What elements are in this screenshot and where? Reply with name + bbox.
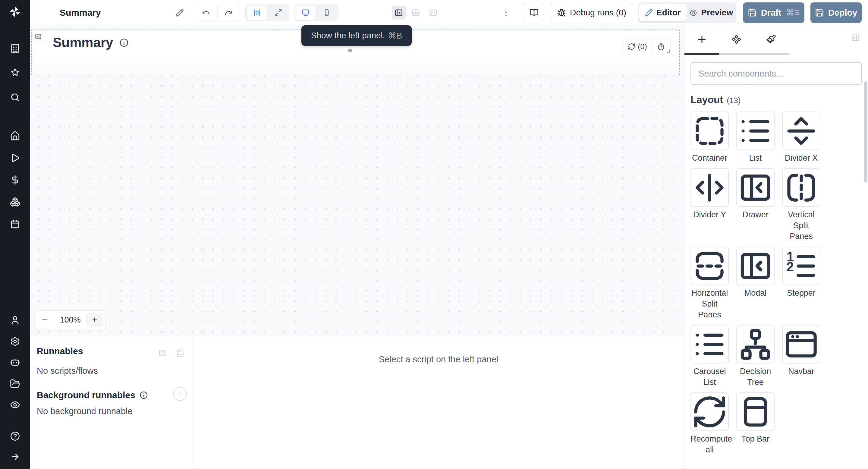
scrollbar-thumb[interactable] bbox=[864, 82, 867, 182]
component-label: Top Bar bbox=[736, 433, 775, 444]
docs-button[interactable] bbox=[524, 3, 544, 22]
zoom-control: − 100% + bbox=[35, 310, 105, 329]
preview-icon bbox=[689, 9, 698, 17]
component-card-horizontal-split-panes[interactable]: Horizontal Split Panes bbox=[690, 247, 729, 320]
section-count: (13) bbox=[727, 96, 741, 105]
runnables-title: Runnables bbox=[37, 346, 83, 356]
centered-layout-toggle[interactable] bbox=[247, 5, 267, 20]
component-card-decision-tree[interactable]: Decision Tree bbox=[736, 325, 775, 387]
tab-insert-component[interactable] bbox=[684, 25, 719, 53]
component-card-container[interactable]: Container bbox=[690, 112, 729, 163]
edit-title-icon[interactable] bbox=[176, 8, 184, 17]
zoom-out-button[interactable]: − bbox=[35, 311, 54, 329]
refresh-button[interactable]: (0) bbox=[623, 39, 652, 54]
sidebar-group-top bbox=[0, 43, 30, 103]
resize-handle[interactable] bbox=[348, 49, 352, 52]
windmill-logo[interactable] bbox=[8, 5, 22, 19]
settings-icon bbox=[10, 336, 20, 347]
plus-icon bbox=[176, 390, 184, 398]
sidebar-item-home[interactable] bbox=[10, 130, 21, 142]
tab-styling[interactable] bbox=[754, 25, 788, 53]
toggle-left-panel-button[interactable] bbox=[392, 6, 406, 20]
canvas-header-title: Summary bbox=[53, 35, 129, 50]
tab-underline bbox=[719, 53, 789, 55]
sidebar-item-bot[interactable] bbox=[10, 357, 21, 368]
component-card-drawer[interactable]: Drawer bbox=[736, 168, 775, 220]
component-label: Carousel List bbox=[690, 366, 729, 387]
tab-component-settings[interactable] bbox=[719, 25, 754, 53]
sidebar-item-eye[interactable] bbox=[10, 399, 21, 410]
sidebar-item-help[interactable] bbox=[10, 431, 21, 442]
bot-icon bbox=[10, 357, 20, 368]
toggle-bottom-panel-button[interactable] bbox=[409, 6, 423, 20]
calendar-icon bbox=[10, 219, 20, 229]
collapse-panel-icon[interactable] bbox=[158, 348, 167, 357]
sidebar-item-play[interactable] bbox=[10, 153, 21, 163]
horizontal-split-icon bbox=[690, 247, 729, 285]
sidebar-item-settings[interactable] bbox=[10, 336, 21, 347]
toggle-right-panel-button[interactable] bbox=[426, 6, 440, 20]
component-card-list[interactable]: List bbox=[736, 112, 775, 163]
component-card-vertical-split-panes[interactable]: Vertical Split Panes bbox=[782, 168, 820, 242]
open-left-panel-button[interactable] bbox=[33, 31, 44, 42]
component-label: Recompute all bbox=[690, 433, 729, 455]
component-card-divider-y[interactable]: Divider Y bbox=[690, 168, 729, 220]
info-icon[interactable] bbox=[140, 391, 148, 399]
app-canvas[interactable]: Summary (0) − 100% + bbox=[30, 25, 684, 336]
desktop-toggle[interactable] bbox=[295, 5, 316, 20]
sidebar-item-user[interactable] bbox=[10, 315, 21, 326]
sidebar-item-search[interactable] bbox=[10, 92, 21, 103]
help-icon bbox=[10, 431, 20, 441]
info-icon[interactable] bbox=[119, 38, 129, 47]
component-card-carousel-list[interactable]: Carousel List bbox=[690, 325, 729, 387]
editor-label: Editor bbox=[656, 8, 681, 18]
undo-button[interactable] bbox=[195, 4, 217, 21]
sidebar-item-boxes[interactable] bbox=[10, 196, 21, 207]
zoom-in-button[interactable]: + bbox=[86, 313, 103, 327]
resize-corner-handle[interactable] bbox=[667, 50, 670, 53]
sidebar-item-dollar[interactable] bbox=[10, 175, 21, 185]
undo-redo-group bbox=[195, 4, 240, 22]
paintbrush-icon bbox=[766, 34, 776, 44]
deploy-button[interactable]: Deploy bbox=[810, 2, 862, 23]
sidebar-item-arrow-right[interactable] bbox=[10, 451, 21, 462]
vertical-split-icon bbox=[782, 168, 820, 207]
component-card-divider-x[interactable]: Divider X bbox=[782, 112, 820, 163]
dock-panel-icon[interactable] bbox=[176, 348, 185, 357]
component-card-modal[interactable]: Modal bbox=[736, 247, 775, 299]
runnables-empty-text: No scripts/flows bbox=[37, 366, 98, 376]
header-sub-strip bbox=[32, 64, 679, 74]
component-card-stepper[interactable]: 12Stepper bbox=[782, 247, 820, 299]
add-background-runnable-button[interactable] bbox=[173, 387, 187, 401]
component-label: Container bbox=[690, 153, 729, 163]
sidebar-item-folder-open[interactable] bbox=[10, 378, 21, 389]
component-card-recompute-all[interactable]: Recompute all bbox=[690, 393, 729, 455]
tab-editor[interactable]: Editor bbox=[639, 4, 687, 22]
book-open-icon bbox=[530, 8, 538, 17]
draft-shortcut: ⌘S bbox=[786, 8, 800, 18]
active-tab-underline bbox=[684, 53, 719, 55]
redo-button[interactable] bbox=[218, 4, 240, 21]
draft-button[interactable]: Draft ⌘S bbox=[743, 2, 804, 23]
component-card-navbar[interactable]: Navbar bbox=[782, 325, 820, 377]
mobile-toggle[interactable] bbox=[316, 5, 337, 20]
section-heading-layout: Layout (13) bbox=[690, 94, 862, 105]
folder-open-icon bbox=[10, 379, 20, 389]
component-card-top-bar[interactable]: Top Bar bbox=[736, 393, 775, 444]
search-components-input[interactable] bbox=[690, 62, 862, 85]
star-icon bbox=[10, 68, 20, 78]
stepper-icon: 12 bbox=[782, 247, 820, 285]
component-label: Stepper bbox=[782, 287, 820, 299]
svg-text:2: 2 bbox=[786, 259, 794, 274]
tab-preview[interactable]: Preview bbox=[688, 4, 735, 22]
debug-runs-button[interactable]: Debug runs (0) bbox=[550, 3, 633, 22]
sidebar-item-star[interactable] bbox=[10, 67, 21, 79]
list-icon bbox=[736, 112, 775, 150]
sidebar-item-building[interactable] bbox=[10, 43, 21, 54]
full-width-toggle[interactable] bbox=[268, 5, 288, 20]
collapse-right-panel-icon[interactable] bbox=[851, 33, 860, 42]
refresh-icon bbox=[628, 43, 635, 50]
more-menu-button[interactable] bbox=[498, 4, 515, 21]
redo-icon bbox=[224, 9, 233, 17]
sidebar-item-calendar[interactable] bbox=[10, 219, 21, 229]
